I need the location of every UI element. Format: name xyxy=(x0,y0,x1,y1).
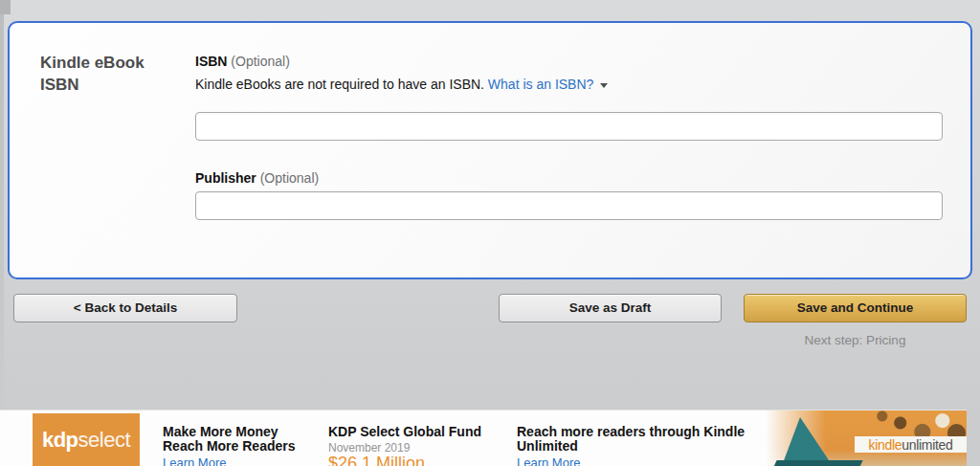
publisher-optional-text: (Optional) xyxy=(260,170,319,186)
section-heading: Kindle eBook ISBN xyxy=(40,52,174,96)
window-left-edge xyxy=(0,0,4,410)
promo1-line1: Make More Money xyxy=(163,425,296,439)
isbn-input[interactable] xyxy=(195,112,943,141)
back-to-details-button[interactable]: < Back to Details xyxy=(13,294,237,322)
boat-hull-illustration xyxy=(773,460,862,466)
promo1-line2: Reach More Readers xyxy=(163,439,296,454)
fund-amount: $26.1 Million xyxy=(328,456,481,466)
banner-global-fund: KDP Select Global Fund November 2019 $26… xyxy=(328,425,481,466)
isbn-section-panel: Kindle eBook ISBN ISBN (Optional) Kindle… xyxy=(8,21,972,279)
banner-promo2: Reach more readers through Kindle Unlimi… xyxy=(517,425,775,466)
ku-logo-gray-text: unlimited xyxy=(902,437,952,453)
kindle-unlimited-photo[interactable]: kindleunlimited xyxy=(766,411,967,466)
ku-logo-orange-text: kindle xyxy=(868,437,902,453)
isbn-label-text: ISBN xyxy=(195,54,227,69)
banner-promo1: Make More Money Reach More Readers Learn… xyxy=(163,425,296,466)
kdp-select-logo[interactable]: kdpselect xyxy=(33,413,140,466)
promo2-line1: Reach more readers through Kindle xyxy=(517,425,775,439)
save-and-continue-button[interactable]: Save and Continue xyxy=(744,294,967,322)
isbn-description: Kindle eBooks are not required to have a… xyxy=(195,77,608,92)
promo1-learn-more-link[interactable]: Learn More xyxy=(163,455,226,466)
kdp-logo-light-text: select xyxy=(78,428,130,453)
caret-down-icon[interactable] xyxy=(600,83,608,88)
window-corner-notch xyxy=(0,0,11,14)
next-step-hint: Next step: Pricing xyxy=(744,333,967,347)
isbn-field-label: ISBN (Optional) xyxy=(195,54,290,69)
isbn-description-text: Kindle eBooks are not required to have a… xyxy=(195,77,484,92)
sailboat-illustration xyxy=(783,417,831,463)
promo2-learn-more-link[interactable]: Learn More xyxy=(517,455,580,466)
isbn-optional-text: (Optional) xyxy=(231,54,289,69)
publisher-input[interactable] xyxy=(195,191,943,220)
publisher-label-text: Publisher xyxy=(195,170,256,186)
kindle-unlimited-logo: kindleunlimited xyxy=(855,436,967,453)
publisher-field-label: Publisher (Optional) xyxy=(195,170,319,186)
save-as-draft-button[interactable]: Save as Draft xyxy=(499,294,722,322)
promo2-line2: Unlimited xyxy=(517,439,775,454)
kdp-logo-bold-text: kdp xyxy=(42,428,78,453)
what-is-isbn-link[interactable]: What is an ISBN? xyxy=(488,77,594,92)
kdp-select-ad-banner[interactable]: kdpselect Make More Money Reach More Rea… xyxy=(0,410,967,466)
fund-title: KDP Select Global Fund xyxy=(328,425,481,439)
